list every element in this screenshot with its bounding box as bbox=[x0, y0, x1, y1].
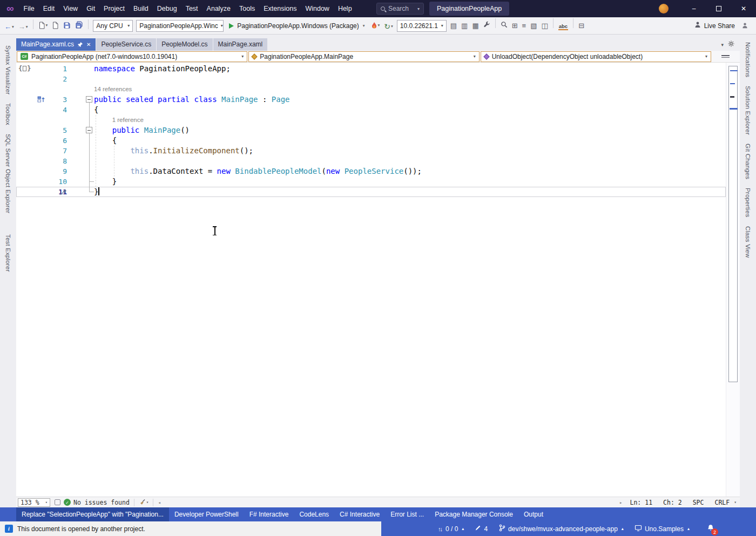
menu-extensions[interactable]: Extensions bbox=[259, 0, 301, 17]
tab-settings-gear-icon[interactable] bbox=[728, 40, 734, 49]
left-tab-test-explorer[interactable]: Test Explorer bbox=[5, 234, 11, 272]
compare-files-button[interactable]: ◫ bbox=[539, 19, 550, 32]
code-cleanup-broom-icon[interactable] bbox=[139, 499, 146, 506]
close-button[interactable]: ✕ bbox=[731, 0, 756, 17]
tab-list-chevron-icon[interactable]: ▾ bbox=[721, 42, 724, 48]
type-dropdown[interactable]: PaginationPeopleApp.MainPage ▾ bbox=[248, 51, 479, 62]
search-box[interactable]: Search ▾ bbox=[376, 3, 424, 15]
glyph-margin[interactable] bbox=[16, 187, 46, 197]
right-tab-git-changes[interactable]: Git Changes bbox=[745, 144, 751, 179]
save-all-button[interactable] bbox=[73, 18, 85, 31]
project-dropdown[interactable]: C# PaginationPeopleApp (net7.0-windows10… bbox=[17, 51, 247, 62]
open-file-button[interactable] bbox=[50, 19, 61, 32]
scroll-down-arrow[interactable]: ▾ bbox=[734, 500, 737, 505]
code-line-2[interactable]: 2 bbox=[16, 74, 726, 84]
health-status[interactable]: No issues found bbox=[73, 499, 130, 506]
menu-build[interactable]: Build bbox=[129, 0, 153, 17]
code-line-9[interactable]: 9 this.DataContext = new BindablePeopleM… bbox=[16, 166, 726, 177]
menu-debug[interactable]: Debug bbox=[153, 0, 181, 17]
feedback-button[interactable] bbox=[739, 19, 751, 32]
pending-edits[interactable]: 4 bbox=[475, 525, 488, 533]
codelens-link[interactable]: 14 references bbox=[94, 84, 132, 94]
code-editor[interactable]: {}1namespace PaginationPeopleApp;214 ref… bbox=[16, 63, 740, 507]
menu-project[interactable]: Project bbox=[99, 0, 129, 17]
panel-tab-codelens[interactable]: CodeLens bbox=[294, 507, 334, 521]
menu-file[interactable]: File bbox=[19, 0, 39, 17]
git-branch-picker[interactable]: dev/shwe/mvux-advanced-people-app ▴ bbox=[498, 524, 624, 533]
account-avatar[interactable] bbox=[659, 4, 669, 13]
left-tab-sql-server-object-explorer[interactable]: SQL Server Object Explorer bbox=[5, 134, 11, 213]
pin-icon[interactable] bbox=[77, 42, 83, 48]
right-tab-notifications[interactable]: Notifications bbox=[745, 42, 751, 77]
left-tab-toolbox[interactable]: Toolbox bbox=[5, 103, 11, 125]
code-line-6[interactable]: 6 { bbox=[16, 135, 726, 146]
platform-dropdown[interactable]: Any CPU▾ bbox=[93, 20, 133, 32]
outline-view-button[interactable]: ▧ bbox=[528, 19, 539, 32]
glyph-margin[interactable] bbox=[16, 125, 46, 135]
menu-git[interactable]: Git bbox=[82, 0, 99, 17]
glyph-margin[interactable] bbox=[16, 74, 46, 84]
save-button[interactable] bbox=[61, 19, 73, 32]
right-tab-class-view[interactable]: Class View bbox=[745, 226, 751, 258]
code-line-7[interactable]: 7 this.InitializeComponent(); bbox=[16, 146, 726, 156]
navigate-forward-button[interactable]: →▾ bbox=[16, 20, 30, 33]
hot-reload-button[interactable]: ▾ bbox=[369, 19, 382, 32]
live-share-button[interactable]: Live Share bbox=[690, 21, 739, 30]
navigate-backward-button[interactable]: ←▾ bbox=[2, 20, 16, 33]
vertical-scrollbar[interactable] bbox=[726, 63, 740, 497]
doc-tab-mainpage-xaml-cs[interactable]: MainPage.xaml.cs✕ bbox=[16, 38, 96, 51]
scroll-right-arrow[interactable]: ▸ bbox=[619, 500, 622, 505]
glyph-margin[interactable] bbox=[16, 146, 46, 156]
menu-view[interactable]: View bbox=[59, 0, 82, 17]
solution-explorer-button[interactable]: ▤ bbox=[448, 19, 459, 32]
fold-toggle-icon[interactable] bbox=[86, 127, 92, 133]
notifications-bell[interactable]: 2 bbox=[707, 524, 714, 533]
panel-tab-c#-interactive[interactable]: C# Interactive bbox=[334, 507, 385, 521]
visual-studio-logo-icon[interactable]: ∞ bbox=[0, 0, 19, 17]
sort-lines-button[interactable]: ≡ bbox=[520, 19, 529, 32]
maximize-button[interactable] bbox=[706, 0, 731, 17]
document-health-icon[interactable] bbox=[55, 499, 60, 505]
scrollbar-thumb[interactable] bbox=[728, 66, 738, 382]
toolbox-window-button[interactable]: ▦ bbox=[470, 19, 481, 32]
find-in-files-button[interactable] bbox=[498, 18, 510, 31]
menu-edit[interactable]: Edit bbox=[39, 0, 59, 17]
doc-tab-peoplemodel-cs[interactable]: PeopleModel.cs bbox=[157, 38, 212, 51]
code-line-3[interactable]: 3public sealed partial class MainPage : … bbox=[16, 94, 726, 105]
menu-analyze[interactable]: Analyze bbox=[202, 0, 235, 17]
inheritance-margin-icon[interactable] bbox=[37, 96, 45, 105]
code-line-4[interactable]: 4{ bbox=[16, 105, 726, 115]
glyph-margin[interactable] bbox=[16, 156, 46, 166]
member-dropdown[interactable]: UnloadObject(DependencyObject unloadable… bbox=[481, 51, 711, 62]
repository-picker[interactable]: Uno.Samples ▴ bbox=[634, 524, 690, 533]
command-window-button[interactable]: ⊞ bbox=[510, 19, 520, 32]
doc-tab-peopleservice-cs[interactable]: PeopleService.cs bbox=[96, 38, 156, 51]
menu-help[interactable]: Help bbox=[334, 0, 356, 17]
run-button[interactable]: PaginationPeopleApp.Windows (Package) ▾ bbox=[225, 19, 368, 32]
space-mode-indicator[interactable]: SPC bbox=[693, 499, 704, 506]
line-ending-indicator[interactable]: CRLF bbox=[714, 499, 730, 506]
split-window-handle[interactable] bbox=[712, 54, 740, 59]
panel-tab-f#-interactive[interactable]: F# Interactive bbox=[244, 507, 294, 521]
code-line-1[interactable]: {}1namespace PaginationPeopleApp; bbox=[16, 64, 726, 74]
code-line-5[interactable]: 5 public MainPage() bbox=[16, 125, 726, 135]
glyph-margin[interactable] bbox=[16, 135, 46, 146]
left-tab-syntax-visualizer[interactable]: Syntax Visualizer bbox=[5, 45, 11, 94]
fold-toggle-icon[interactable] bbox=[86, 96, 92, 103]
extensions-grid-button[interactable]: ⊟ bbox=[576, 19, 586, 32]
spell-check-abc-button[interactable]: abc bbox=[556, 21, 570, 33]
right-tab-solution-explorer[interactable]: Solution Explorer bbox=[745, 86, 751, 135]
panel-tab-output[interactable]: Output bbox=[518, 507, 549, 521]
sync-status[interactable]: ↑↓ 0 / 0 ▴ bbox=[438, 525, 464, 533]
glyph-margin[interactable] bbox=[16, 105, 46, 115]
panel-tab-developer-powershell[interactable]: Developer PowerShell bbox=[169, 507, 244, 521]
properties-window-button[interactable]: ▥ bbox=[459, 19, 470, 32]
options-wrench-button[interactable] bbox=[481, 18, 492, 31]
panel-tab-error-list[interactable]: Error List ... bbox=[385, 507, 429, 521]
codelens-link[interactable]: 1 reference bbox=[112, 115, 144, 125]
panel-tab-replace-selectionpeopleapp-with-paginati[interactable]: Replace "SelectionPeopleApp" with "Pagin… bbox=[16, 507, 169, 521]
doc-tab-mainpage-xaml[interactable]: MainPage.xaml bbox=[213, 38, 268, 51]
new-file-button[interactable]: ▾ bbox=[36, 19, 50, 32]
menu-test[interactable]: Test bbox=[181, 0, 202, 17]
panel-tab-package-manager-console[interactable]: Package Manager Console bbox=[429, 507, 518, 521]
